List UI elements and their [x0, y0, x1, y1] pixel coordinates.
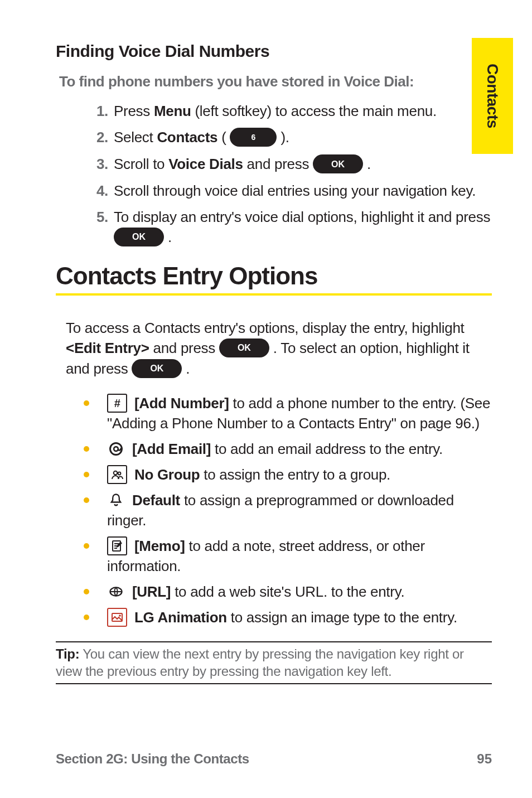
tip-rule-top	[56, 641, 492, 642]
step-5-number: 5.	[86, 207, 108, 227]
page-footer: Section 2G: Using the Contacts 95	[56, 751, 492, 767]
footer-section: Section 2G: Using the Contacts	[56, 751, 249, 767]
edit-entry-bold: <Edit Entry>	[66, 340, 149, 356]
voice-dials-bold: Voice Dials	[168, 156, 243, 172]
heading-contacts-entry-options: Contacts Entry Options	[56, 262, 492, 290]
key-ok-icon: OK	[114, 228, 164, 246]
step-5: 5. To display an entry's voice dial opti…	[86, 207, 492, 247]
bell-icon	[107, 492, 125, 509]
heading-underline	[56, 293, 492, 296]
tip-label: Tip:	[56, 646, 79, 661]
key-6-icon: 6	[230, 128, 277, 147]
menu-bold: Menu	[154, 103, 191, 119]
bullet-url: [URL] to add a web site's URL. to the en…	[84, 582, 492, 602]
heading-finding-voice-dial: Finding Voice Dial Numbers	[56, 42, 492, 61]
key-ok-icon: OK	[219, 338, 269, 357]
intro-paragraph: To access a Contacts entry's options, di…	[66, 318, 492, 380]
at-icon	[107, 441, 125, 457]
step-4-number: 4.	[86, 181, 108, 201]
numbered-steps: 1. Press Menu (left softkey) to access t…	[56, 101, 492, 248]
image-icon	[107, 608, 127, 627]
step-4: 4. Scroll through voice dial entries usi…	[86, 181, 492, 201]
bullet-memo: [Memo] to add a note, street address, or…	[84, 536, 492, 577]
bullet-no-group: No Group to assign the entry to a group.	[84, 465, 492, 485]
step-2-number: 2.	[86, 128, 108, 147]
hash-icon	[107, 394, 127, 413]
bullet-lg-animation: LG Animation to assign an image type to …	[84, 608, 492, 628]
step-2: 2. Select Contacts ( 6 ).	[86, 128, 492, 148]
step-1: 1. Press Menu (left softkey) to access t…	[86, 101, 492, 121]
key-ok-icon: OK	[313, 154, 363, 173]
contacts-bold: Contacts	[157, 129, 217, 146]
bullet-default-ringer: Default to assign a preprogrammed or dow…	[84, 491, 492, 531]
bullet-add-email: [Add Email] to add an email address to t…	[84, 439, 492, 460]
option-bullets: [Add Number] to add a phone number to th…	[84, 394, 492, 628]
step-3-number: 3.	[86, 154, 108, 174]
step-1-number: 1.	[86, 101, 108, 121]
tip-rule-bottom	[56, 683, 492, 684]
step-3: 3. Scroll to Voice Dials and press OK .	[86, 154, 492, 175]
footer-page-number: 95	[477, 751, 492, 767]
memo-icon	[107, 536, 127, 555]
globe-icon	[107, 583, 125, 600]
subheading: To find phone numbers you have stored in…	[59, 73, 492, 90]
key-ok-icon: OK	[132, 359, 182, 378]
bullet-add-number: [Add Number] to add a phone number to th…	[84, 394, 492, 434]
tip-text: Tip: You can view the next entry by pres…	[56, 646, 492, 680]
group-icon	[107, 465, 127, 484]
